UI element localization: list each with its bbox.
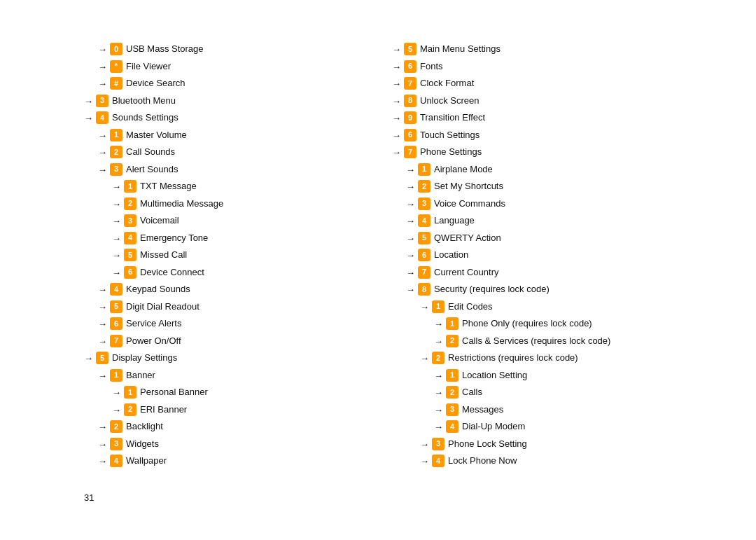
list-item: →2Multimedia Message <box>84 197 364 212</box>
arrow-icon: → <box>98 438 107 452</box>
list-item: →1Location Setting <box>392 368 672 383</box>
arrow-icon: → <box>98 146 107 160</box>
item-label: Voicemail <box>140 214 364 228</box>
list-item: →1Personal Banner <box>84 385 364 400</box>
arrow-icon: → <box>112 232 121 246</box>
list-item: →3Voicemail <box>84 214 364 228</box>
list-item: →9Transition Effect <box>392 111 672 125</box>
badge: 6 <box>110 317 122 330</box>
badge: 4 <box>446 420 458 433</box>
arrow-icon: → <box>392 111 401 125</box>
arrow-icon: → <box>406 249 415 263</box>
item-label: Lock Phone Now <box>448 454 672 468</box>
badge: 7 <box>418 266 430 279</box>
list-item: →1Airplane Mode <box>392 162 672 177</box>
arrow-icon: → <box>434 420 443 434</box>
arrow-icon: → <box>84 111 93 125</box>
item-label: Device Search <box>126 76 364 90</box>
arrow-icon: → <box>98 60 107 74</box>
arrow-icon: → <box>98 300 107 314</box>
badge: * <box>110 60 122 73</box>
list-item: →5Display Settings <box>84 351 364 366</box>
badge: 5 <box>96 352 108 364</box>
item-label: Voice Commands <box>434 197 672 211</box>
list-item: →4Emergency Tone <box>84 231 364 246</box>
item-label: Unlock Screen <box>420 94 672 108</box>
item-label: Widgets <box>126 437 364 451</box>
list-item: →3Phone Lock Setting <box>392 437 672 452</box>
arrow-icon: → <box>406 283 415 297</box>
arrow-icon: → <box>420 352 429 366</box>
arrow-icon: → <box>112 386 121 400</box>
list-item: →1Phone Only (requires lock code) <box>392 317 672 331</box>
badge: 7 <box>404 146 416 158</box>
badge: 1 <box>418 163 430 176</box>
list-item: →2Calls <box>392 385 672 400</box>
badge: 6 <box>404 129 416 141</box>
badge: 2 <box>110 146 122 158</box>
badge: 1 <box>432 300 444 313</box>
list-item: →2ERI Banner <box>84 403 364 417</box>
badge: 8 <box>404 95 416 107</box>
item-label: Airplane Mode <box>434 162 672 176</box>
item-label: Location <box>434 248 672 262</box>
item-label: Language <box>434 214 672 228</box>
list-item: →4Language <box>392 214 672 228</box>
list-item: →3Voice Commands <box>392 197 672 212</box>
list-item: →7Phone Settings <box>392 145 672 160</box>
badge: 4 <box>110 455 122 467</box>
badge: 4 <box>96 111 108 124</box>
list-item: →2Backlight <box>84 420 364 434</box>
list-item: →8Security (requires lock code) <box>392 282 672 297</box>
list-item: →2Restrictions (requires lock code) <box>392 351 672 366</box>
badge: 0 <box>110 43 122 55</box>
list-item: →6Device Connect <box>84 265 364 280</box>
list-item: →6Fonts <box>392 60 672 74</box>
item-label: Alert Sounds <box>126 162 364 176</box>
list-item: →4Lock Phone Now <box>392 454 672 469</box>
badge: 2 <box>418 180 430 193</box>
list-item: →1Master Volume <box>84 128 364 143</box>
arrow-icon: → <box>112 180 121 194</box>
badge: 1 <box>110 369 122 382</box>
arrow-icon: → <box>406 266 415 280</box>
right-menu: →5Main Menu Settings→6Fonts→7Clock Forma… <box>392 42 672 469</box>
arrow-icon: → <box>98 369 107 383</box>
item-label: ERI Banner <box>140 403 364 417</box>
list-item: →4Dial-Up Modem <box>392 420 672 434</box>
arrow-icon: → <box>98 455 107 469</box>
badge: 5 <box>418 232 430 244</box>
list-item: →3Alert Sounds <box>84 162 364 177</box>
badge: 4 <box>432 455 444 467</box>
badge: 1 <box>446 317 458 330</box>
arrow-icon: → <box>112 198 121 212</box>
list-item: →1Edit Codes <box>392 300 672 314</box>
arrow-icon: → <box>392 95 401 109</box>
arrow-icon: → <box>406 163 415 177</box>
arrow-icon: → <box>98 317 107 331</box>
item-label: Backlight <box>126 420 364 434</box>
arrow-icon: → <box>434 403 443 417</box>
left-menu: →0USB Mass Storage→*File Viewer→#Device … <box>84 42 364 469</box>
item-label: Power On/Off <box>126 334 364 348</box>
item-label: Calls <box>462 385 672 399</box>
arrow-icon: → <box>84 95 93 109</box>
arrow-icon: → <box>84 352 93 366</box>
arrow-icon: → <box>98 335 107 349</box>
arrow-icon: → <box>98 77 107 91</box>
badge: 5 <box>124 249 136 261</box>
badge: 1 <box>124 386 136 399</box>
badge: 5 <box>404 43 416 55</box>
item-label: Transition Effect <box>420 111 672 125</box>
item-label: Edit Codes <box>448 300 672 314</box>
item-label: Call Sounds <box>126 145 364 159</box>
arrow-icon: → <box>434 386 443 400</box>
list-item: →6Location <box>392 248 672 263</box>
badge: 6 <box>124 266 136 279</box>
item-label: Current Country <box>434 265 672 279</box>
list-item: →1Banner <box>84 368 364 383</box>
list-item: →3Bluetooth Menu <box>84 94 364 109</box>
badge: 6 <box>404 60 416 73</box>
item-label: Clock Format <box>420 76 672 90</box>
arrow-icon: → <box>420 300 429 314</box>
